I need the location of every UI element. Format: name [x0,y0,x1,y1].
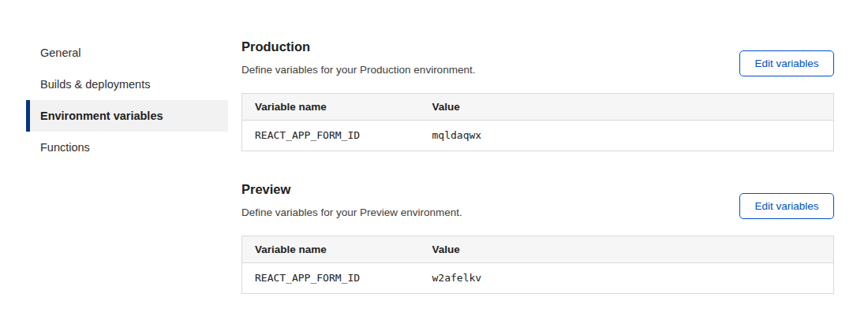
sidebar-item-builds-deployments[interactable]: Builds & deployments [26,69,228,100]
column-header-value: Value [420,236,834,263]
settings-page: General Builds & deployments Environment… [0,0,868,331]
sidebar-item-label: Environment variables [40,110,163,122]
sidebar-item-label: General [40,46,81,59]
preview-section: Preview Define variables for your Previe… [241,182,834,294]
edit-variables-button-preview[interactable]: Edit variables [739,193,834,219]
variable-value-cell: mqldaqwx [420,121,834,151]
production-section: Production Define variables for your Pro… [241,39,834,151]
environment-variables-content: Production Define variables for your Pro… [241,39,834,294]
sidebar-item-label: Builds & deployments [40,78,150,91]
column-header-variable-name: Variable name [242,236,420,263]
production-variables-table: Variable name Value REACT_APP_FORM_ID mq… [241,93,834,151]
sidebar-item-general[interactable]: General [26,37,228,69]
preview-variables-table: Variable name Value REACT_APP_FORM_ID w2… [241,236,834,294]
table-row: REACT_APP_FORM_ID w2afelkv [242,263,834,294]
table-header-row: Variable name Value [242,236,834,263]
sidebar-item-functions[interactable]: Functions [26,132,228,163]
table-row: REACT_APP_FORM_ID mqldaqwx [242,121,834,151]
sidebar-item-label: Functions [40,141,90,154]
column-header-value: Value [420,94,834,121]
sidebar-item-environment-variables[interactable]: Environment variables [26,100,228,132]
variable-name-cell: REACT_APP_FORM_ID [242,263,420,294]
settings-sidebar: General Builds & deployments Environment… [26,37,228,163]
variable-name-cell: REACT_APP_FORM_ID [242,121,420,151]
edit-variables-button-production[interactable]: Edit variables [739,50,834,76]
table-header-row: Variable name Value [242,94,834,121]
variable-value-cell: w2afelkv [420,263,834,294]
column-header-variable-name: Variable name [242,94,420,121]
